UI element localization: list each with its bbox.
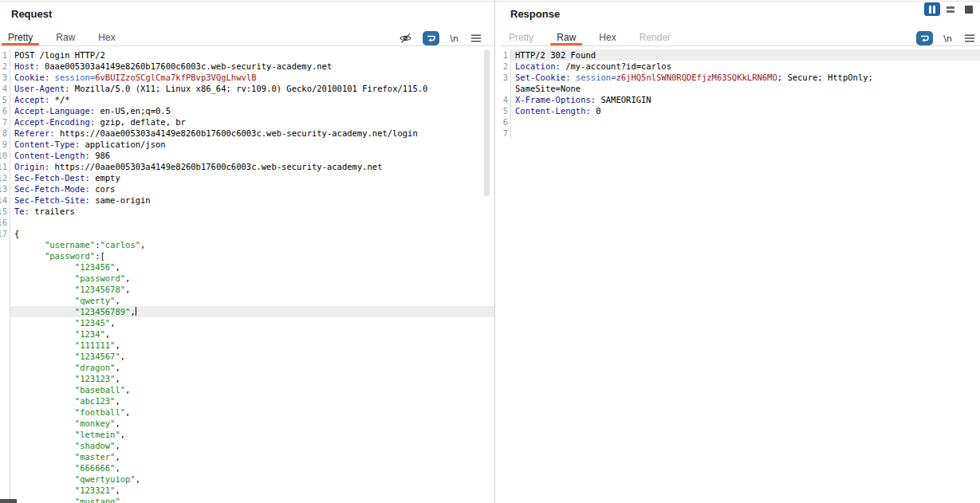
code-line: 7Accept-Encoding: gzip, deflate, br bbox=[0, 116, 494, 128]
line-number: 2 bbox=[501, 61, 508, 72]
show-newlines-button[interactable]: \n bbox=[450, 33, 459, 44]
tab-response-hex[interactable]: Hex bbox=[592, 30, 622, 45]
code-line: 10Content-Length: 986 bbox=[0, 150, 494, 161]
line-number bbox=[0, 295, 7, 306]
response-show-newlines-button[interactable]: \n bbox=[943, 33, 952, 44]
code-line-text: "qwertyuiop", bbox=[10, 474, 494, 485]
code-line-text: Content-Length: 0 bbox=[510, 105, 980, 116]
line-number: 13 bbox=[0, 183, 7, 195]
code-line-text: "123321", bbox=[10, 485, 494, 496]
code-line-text: User-Agent: Mozilla/5.0 (X11; Linux x86_… bbox=[10, 83, 494, 94]
code-line-text: "password":[ bbox=[10, 250, 494, 261]
code-line-text bbox=[510, 128, 980, 139]
code-line-text: SameSite=None bbox=[510, 83, 980, 94]
line-number bbox=[0, 462, 7, 474]
line-number: 1 bbox=[0, 49, 7, 61]
line-number bbox=[0, 451, 7, 462]
line-number: 12 bbox=[0, 172, 7, 183]
code-line-text: Content-Type: application/json bbox=[10, 139, 494, 150]
code-line-text: POST /login HTTP/2 bbox=[10, 49, 494, 61]
code-line: "password":[ bbox=[0, 250, 494, 261]
tab-request-pretty[interactable]: Pretty bbox=[2, 30, 39, 45]
request-toolbar: \n bbox=[399, 31, 482, 45]
code-line-text: "shadow", bbox=[10, 440, 494, 451]
line-number: 16 bbox=[0, 217, 7, 228]
line-number bbox=[0, 395, 7, 407]
code-line-text: "password", bbox=[10, 273, 494, 284]
code-line-text: "1234", bbox=[10, 328, 494, 340]
line-number bbox=[0, 261, 7, 273]
code-line: "master", bbox=[0, 451, 494, 462]
code-line: "qwerty", bbox=[0, 295, 494, 306]
line-number: 14 bbox=[0, 195, 7, 206]
code-line: 6Accept-Language: en-US,en;q=0.5 bbox=[0, 105, 494, 116]
code-line: SameSite=None bbox=[501, 83, 980, 94]
single-pane-button[interactable] bbox=[961, 2, 977, 16]
code-line-text: "666666", bbox=[10, 462, 494, 474]
code-line-text: "baseball", bbox=[10, 384, 494, 395]
line-number: 5 bbox=[0, 94, 7, 105]
code-line-text: Accept: */* bbox=[10, 94, 494, 105]
tab-request-hex[interactable]: Hex bbox=[92, 30, 121, 45]
response-soft-wrap-toggle[interactable] bbox=[916, 31, 933, 45]
code-line-text bbox=[510, 116, 980, 128]
code-line-text: Origin: https://0aae005303a4149e8260b176… bbox=[10, 161, 494, 172]
line-number bbox=[0, 474, 7, 485]
line-number bbox=[0, 407, 7, 418]
code-line: "111111", bbox=[0, 340, 494, 351]
tab-request-raw[interactable]: Raw bbox=[49, 30, 81, 45]
line-number: 4 bbox=[0, 83, 7, 94]
line-number: 7 bbox=[501, 128, 508, 139]
code-line: 4User-Agent: Mozilla/5.0 (X11; Linux x86… bbox=[0, 83, 494, 94]
soft-wrap-toggle[interactable] bbox=[423, 31, 439, 45]
request-horizontal-scrollbar-thumb[interactable] bbox=[0, 499, 17, 503]
code-line: 5Content-Length: 0 bbox=[501, 105, 980, 116]
request-editor[interactable]: 1POST /login HTTP/22Host: 0aae005303a414… bbox=[0, 46, 494, 503]
split-rows-icon bbox=[946, 5, 955, 14]
code-line: "baseball", bbox=[0, 384, 494, 395]
code-line-text: Location: /my-account?id=carlos bbox=[510, 61, 980, 72]
tab-response-pretty[interactable]: Pretty bbox=[502, 30, 540, 45]
code-line: 16 bbox=[0, 217, 494, 228]
line-number bbox=[0, 250, 7, 261]
hide-nonprintable-button[interactable] bbox=[399, 32, 412, 45]
request-tabs: Pretty Raw Hex bbox=[2, 30, 132, 45]
split-rows-button[interactable] bbox=[943, 2, 958, 16]
split-columns-button[interactable] bbox=[924, 2, 940, 16]
tab-response-raw[interactable]: Raw bbox=[550, 30, 582, 45]
request-vertical-scrollbar-thumb[interactable] bbox=[484, 49, 490, 196]
line-number: 3 bbox=[0, 72, 7, 83]
code-line: "mustang", bbox=[0, 496, 494, 503]
code-line: 1POST /login HTTP/2 bbox=[0, 49, 494, 61]
code-line: "123321", bbox=[0, 485, 494, 496]
tab-response-render[interactable]: Render bbox=[633, 30, 677, 45]
code-line: "shadow", bbox=[0, 440, 494, 451]
code-line-text: "master", bbox=[10, 451, 494, 462]
line-number bbox=[0, 418, 7, 429]
code-line: "letmein", bbox=[0, 429, 494, 440]
line-number: 8 bbox=[0, 128, 7, 139]
line-number bbox=[0, 239, 7, 250]
code-line-text: Sec-Fetch-Mode: cors bbox=[10, 183, 494, 195]
code-line: 13Sec-Fetch-Mode: cors bbox=[0, 183, 494, 195]
code-line: 1HTTP/2 302 Found bbox=[501, 49, 980, 61]
request-editor-menu-button[interactable] bbox=[469, 32, 482, 45]
request-panel: Request Pretty Raw Hex \n bbox=[0, 0, 495, 503]
response-editor-menu-button[interactable] bbox=[962, 32, 976, 45]
code-line-text: "123123", bbox=[10, 373, 494, 384]
response-editor[interactable]: 1HTTP/2 302 Found2Location: /my-account?… bbox=[501, 46, 980, 503]
code-line: 3Set-Cookie: session=z6jHQ5nlSWN0RQDEfjz… bbox=[501, 72, 980, 83]
code-line: 14Sec-Fetch-Site: same-origin bbox=[0, 195, 494, 206]
code-line: "dragon", bbox=[0, 362, 494, 373]
code-line-text: Te: trailers bbox=[10, 206, 494, 217]
code-line: 9Content-Type: application/json bbox=[0, 139, 494, 150]
code-line: "monkey", bbox=[0, 418, 494, 429]
eye-slash-icon bbox=[399, 32, 412, 45]
code-line-text: "1234567", bbox=[10, 351, 494, 362]
code-line-text: HTTP/2 302 Found bbox=[510, 49, 980, 61]
wrap-lines-icon bbox=[426, 33, 436, 43]
code-line: "password", bbox=[0, 273, 494, 284]
line-number bbox=[0, 362, 7, 373]
line-number: 1 bbox=[501, 49, 508, 61]
line-number: 5 bbox=[501, 105, 508, 116]
